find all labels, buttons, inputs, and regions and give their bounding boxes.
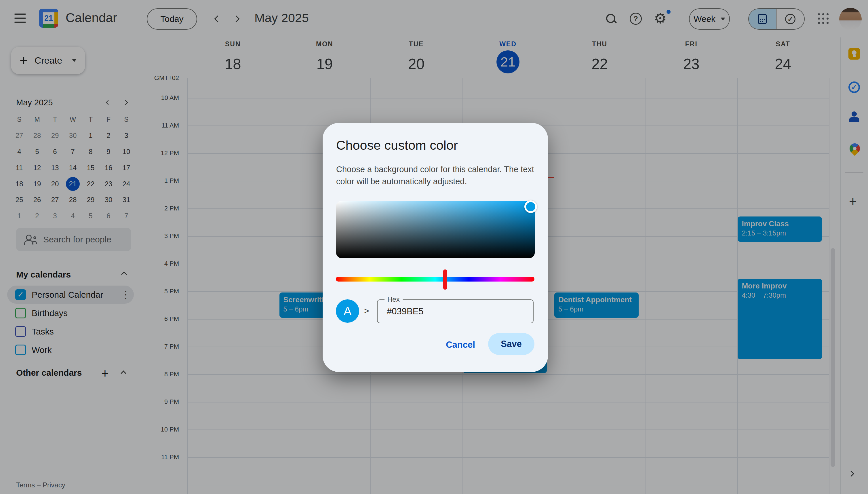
saturation-value-picker[interactable] bbox=[336, 201, 535, 258]
hue-slider[interactable] bbox=[336, 277, 535, 282]
custom-color-dialog: Choose custom color Choose a background … bbox=[323, 123, 548, 372]
hue-slider-marker[interactable] bbox=[443, 269, 447, 290]
hex-field-value: #039BE5 bbox=[387, 300, 424, 323]
preview-arrow: > bbox=[364, 306, 369, 316]
dialog-description: Choose a background color for this calen… bbox=[336, 163, 542, 187]
cancel-button[interactable]: Cancel bbox=[442, 336, 479, 354]
dialog-title: Choose custom color bbox=[336, 138, 458, 153]
calendar-color-preview-avatar: A bbox=[336, 299, 359, 323]
hex-input-field[interactable]: Hex #039BE5 bbox=[377, 299, 534, 323]
google-calendar-app: 21 Calendar Today May 2025 ? ⚙ Week ✓ + … bbox=[0, 0, 868, 494]
save-button[interactable]: Save bbox=[488, 333, 535, 355]
color-picker-handle[interactable] bbox=[524, 201, 537, 213]
